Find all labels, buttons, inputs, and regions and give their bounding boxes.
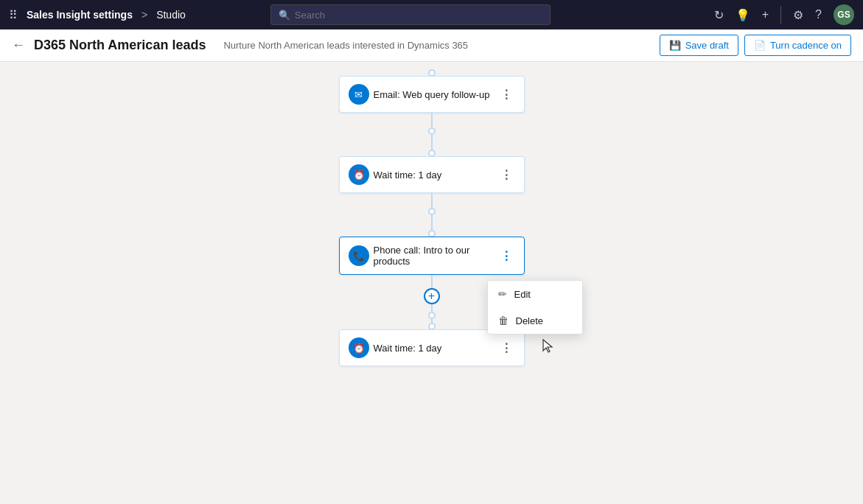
top-nav: ⠿ Sales Insight settings > Studio 🔍 ↻ 💡 … <box>0 0 863 29</box>
search-box[interactable]: 🔍 <box>270 4 551 25</box>
email-icon: ✉ <box>349 84 369 105</box>
studio-label: Studio <box>156 9 186 21</box>
nav-icons: ↻ 💡 + ⚙ ? GS <box>714 4 854 25</box>
context-menu-delete[interactable]: 🗑 Delete <box>488 307 582 334</box>
connector-line-2b <box>431 217 433 230</box>
lightbulb-icon[interactable]: 💡 <box>736 8 750 22</box>
help-icon[interactable]: ? <box>815 8 822 21</box>
canvas: ✉ Email: Web query follow-up ⋮ ⏰ Wait ti… <box>0 62 863 504</box>
search-input[interactable] <box>295 10 542 21</box>
edit-label: Edit <box>514 289 531 300</box>
step-card-wait1: ⏰ Wait time: 1 day ⋮ <box>339 156 525 193</box>
connector-3: + <box>431 275 433 323</box>
step-card-phone: 📞 Phone call: Intro to our products ⋮ <box>339 237 525 275</box>
breadcrumb-sep: > <box>141 9 147 21</box>
context-menu: ✏ Edit 🗑 Delete <box>487 280 583 335</box>
connector-line-3c <box>431 321 433 323</box>
step4-label: Wait time: 1 day <box>374 343 497 354</box>
app-grid-icon[interactable]: ⠿ <box>9 8 18 22</box>
refresh-icon[interactable]: ↻ <box>714 8 724 22</box>
step1-more-button[interactable]: ⋮ <box>497 88 515 102</box>
step-card-email: ✉ Email: Web query follow-up ⋮ <box>339 76 525 113</box>
connector-line-3 <box>431 275 433 288</box>
step2-more-button[interactable]: ⋮ <box>497 168 515 182</box>
clock1-icon: ⏰ <box>349 164 369 185</box>
save-draft-button[interactable]: 💾 Save draft <box>660 35 738 56</box>
phone-icon: 📞 <box>349 245 369 266</box>
step1-label: Email: Web query follow-up <box>374 89 497 100</box>
back-button[interactable]: ← <box>12 38 25 53</box>
context-menu-edit[interactable]: ✏ Edit <box>488 281 582 307</box>
turn-cadence-on-button[interactable]: 📄 Turn cadence on <box>744 35 851 56</box>
connector-line-3b <box>431 304 433 310</box>
delete-label: Delete <box>516 315 544 326</box>
plus-icon[interactable]: + <box>762 8 769 21</box>
step-card-wait2: ⏰ Wait time: 1 day ⋮ <box>339 329 525 366</box>
cursor-pointer <box>542 339 554 354</box>
connector-line-1b <box>431 136 433 150</box>
save-icon: 💾 <box>669 40 681 51</box>
settings-icon[interactable]: ⚙ <box>793 8 803 22</box>
page-subtitle: Nurture North American leads interested … <box>223 40 468 51</box>
turn-cadence-label: Turn cadence on <box>770 40 842 51</box>
app-title: Sales Insight settings <box>27 9 133 21</box>
clock2-icon: ⏰ <box>349 337 369 358</box>
step2-label: Wait time: 1 day <box>374 169 497 181</box>
nav-actions: 💾 Save draft 📄 Turn cadence on <box>660 35 851 56</box>
cadence-icon: 📄 <box>754 40 766 51</box>
connector-line-2 <box>431 193 433 206</box>
search-icon: 🔍 <box>279 10 290 21</box>
avatar[interactable]: GS <box>834 4 854 25</box>
nav-divider <box>780 6 781 24</box>
connector-2 <box>431 193 433 230</box>
connector-dot-3 <box>428 312 436 319</box>
connector-dot-1 <box>428 127 436 135</box>
edit-icon: ✏ <box>498 288 507 300</box>
page-title: D365 North American leads <box>34 38 206 53</box>
connector-dot-2 <box>428 208 436 215</box>
secondary-nav: ← D365 North American leads Nurture Nort… <box>0 29 863 62</box>
step3-label: Phone call: Intro to our products <box>374 245 497 267</box>
save-draft-label: Save draft <box>685 40 729 51</box>
connector-1 <box>431 113 433 150</box>
delete-icon: 🗑 <box>498 315 509 326</box>
step4-more-button[interactable]: ⋮ <box>497 341 515 355</box>
step3-more-button[interactable]: ⋮ <box>497 249 515 263</box>
add-step-button[interactable]: + <box>424 288 440 304</box>
connector-line-1 <box>431 113 433 126</box>
